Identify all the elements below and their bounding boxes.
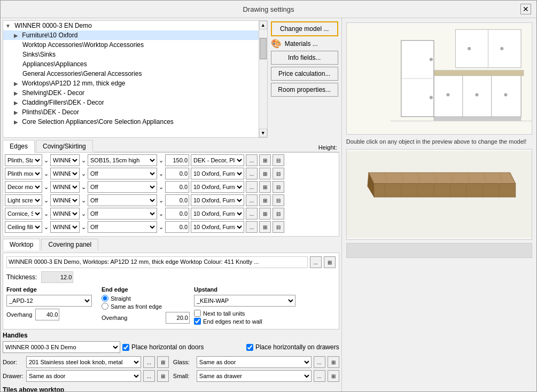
edge-height-5[interactable]: [165, 221, 189, 233]
edge-style-4[interactable]: Off: [88, 208, 157, 219]
materials-button[interactable]: Materials ...: [284, 39, 338, 49]
tab-edges[interactable]: Edges: [3, 140, 35, 153]
tree-item-8[interactable]: ▶ Cladding/Fillers\DEK - Decor: [3, 98, 259, 107]
edge-brand-0[interactable]: WINNE: [50, 154, 80, 166]
edge-material-3[interactable]: 10 Oxford, Furniture: [191, 194, 244, 206]
tree-item-2[interactable]: Worktop Accessories\Worktop Accessories: [3, 40, 259, 50]
tree-item-4[interactable]: Appliances\Appliances: [3, 59, 259, 69]
room-properties-button[interactable]: Room properties...: [271, 83, 338, 97]
edge-material-0[interactable]: DEK - Decor, Plinths: [191, 154, 244, 166]
handles-brand-select[interactable]: WINNER 0000-3 EN Demo: [3, 341, 120, 353]
tree-item-0[interactable]: ▼ WINNER 0000-3 EN Demo: [3, 21, 259, 30]
edge-dots-0[interactable]: ...: [246, 154, 258, 166]
edge-brand-4[interactable]: WINNE: [50, 208, 80, 219]
next-tall-checkbox[interactable]: [194, 310, 201, 317]
edge-icon1-5[interactable]: ⊞: [259, 221, 271, 233]
edge-style-1[interactable]: Off: [88, 168, 157, 179]
tree-item-6[interactable]: ▶ Worktops\AP12D 12 mm, thick edge: [3, 79, 259, 88]
tree-item-5[interactable]: General Accessories\General Accessories: [3, 69, 259, 79]
end-overhang-input[interactable]: [166, 312, 190, 324]
edge-type-5[interactable]: Ceiling filler, St: [5, 221, 42, 233]
edge-brand-2[interactable]: WINNE: [50, 181, 80, 193]
edge-material-1[interactable]: 10 Oxford, Furniture: [191, 168, 244, 179]
edge-icon2-3[interactable]: ⊟: [273, 194, 284, 206]
edge-height-0[interactable]: [165, 154, 189, 166]
front-edge-select[interactable]: _APD-12: [6, 295, 92, 307]
place-horiz-drawers-checkbox[interactable]: [246, 344, 253, 351]
edge-icon1-1[interactable]: ⊞: [259, 168, 271, 179]
price-calculation-button[interactable]: Price calculation...: [271, 67, 338, 81]
tree-item-7[interactable]: ▶ Shelving\DEK - Decor: [3, 88, 259, 98]
info-fields-button[interactable]: Info fields...: [271, 51, 338, 65]
scroll-thumb[interactable]: [260, 38, 267, 59]
drawer-handle-dots[interactable]: ...: [143, 370, 155, 382]
edge-type-1[interactable]: Plinth moulding: [5, 168, 42, 179]
change-model-button[interactable]: Change model ...: [271, 21, 338, 36]
edge-style-5[interactable]: Off: [88, 221, 157, 233]
edge-icon1-0[interactable]: ⊞: [259, 154, 271, 166]
tree-item-3[interactable]: Sinks\Sinks: [3, 50, 259, 59]
edge-dots-1[interactable]: ...: [246, 168, 258, 179]
scroll-down-arrow[interactable]: ▼: [259, 129, 267, 137]
worktop-preview[interactable]: [346, 149, 532, 240]
small-handle-dots[interactable]: ...: [314, 370, 325, 382]
edge-icon1-3[interactable]: ⊞: [259, 194, 271, 206]
small-handle-select[interactable]: Same as drawer: [197, 370, 312, 382]
edge-icon2-1[interactable]: ⊟: [273, 168, 284, 179]
scroll-up-arrow[interactable]: ▲: [259, 21, 267, 29]
tab-coving[interactable]: Coving/Skirting: [36, 140, 93, 152]
edge-height-3[interactable]: [165, 194, 189, 206]
drawer-handle-icon[interactable]: ⊞: [157, 370, 169, 382]
drawer-handle-select[interactable]: Same as door: [26, 370, 141, 382]
door-handle-dots[interactable]: ...: [143, 356, 155, 368]
edge-type-3[interactable]: Light screen, St: [5, 194, 42, 206]
door-handle-select[interactable]: 201 Stainless steel look knob, metal: [26, 356, 141, 368]
glass-handle-dots[interactable]: ...: [314, 356, 325, 368]
end-next-wall-checkbox[interactable]: [194, 318, 201, 325]
edge-dots-5[interactable]: ...: [246, 221, 258, 233]
edge-icon1-2[interactable]: ⊞: [259, 181, 271, 193]
edge-height-4[interactable]: [165, 208, 189, 219]
worktop-path-dots[interactable]: ...: [310, 256, 322, 268]
edge-height-2[interactable]: [165, 181, 189, 193]
kitchen-preview[interactable]: [346, 22, 532, 135]
worktop-tab-covering[interactable]: Covering panel: [41, 239, 98, 250]
edge-dots-4[interactable]: ...: [246, 208, 258, 219]
edge-icon1-4[interactable]: ⊞: [259, 208, 271, 219]
edge-brand-3[interactable]: WINNE: [50, 194, 80, 206]
tree-item-9[interactable]: ▶ Plinths\DEK - Decor: [3, 107, 259, 117]
worktop-path-icon[interactable]: ⊞: [324, 256, 336, 268]
edge-brand-5[interactable]: WINNE: [50, 221, 80, 233]
close-button[interactable]: ✕: [520, 4, 531, 14]
edge-icon2-5[interactable]: ⊟: [273, 221, 284, 233]
edge-style-2[interactable]: Off: [88, 181, 157, 193]
edge-material-5[interactable]: 10 Oxford, Furniture: [191, 221, 244, 233]
end-edge-straight-radio[interactable]: [102, 295, 108, 302]
end-edge-same-radio[interactable]: [102, 303, 108, 310]
edge-type-0[interactable]: Plinth, Standar: [5, 154, 42, 166]
small-handle-icon[interactable]: ⊞: [328, 370, 339, 382]
edge-material-2[interactable]: 10 Oxford, Furniture: [191, 181, 244, 193]
place-horiz-doors-checkbox[interactable]: [122, 344, 129, 351]
tree-item-1[interactable]: ▶ Furniture\10 Oxford: [3, 30, 259, 40]
edge-icon2-0[interactable]: ⊟: [273, 154, 284, 166]
edge-style-0[interactable]: SOB15, 15cm high: [88, 154, 157, 166]
edge-type-4[interactable]: Cornice, Stande: [5, 208, 42, 219]
door-handle-icon[interactable]: ⊞: [157, 356, 169, 368]
edge-dots-3[interactable]: ...: [246, 194, 258, 206]
worktop-tab-worktop[interactable]: Worktop: [3, 239, 40, 250]
edge-style-3[interactable]: Off: [88, 194, 157, 206]
edge-height-1[interactable]: [165, 168, 189, 179]
edge-type-2[interactable]: Decor moulding: [5, 181, 42, 193]
tree-item-10[interactable]: ▶ Core Selection Appliances\Core Selecti…: [3, 117, 259, 127]
edge-icon2-2[interactable]: ⊟: [273, 181, 284, 193]
edge-brand-1[interactable]: WINNE: [50, 168, 80, 179]
glass-handle-select[interactable]: Same as door: [197, 356, 312, 368]
upstand-select[interactable]: _KEIN-WAP: [194, 295, 295, 307]
front-overhang-input[interactable]: [35, 309, 59, 320]
edge-material-4[interactable]: 10 Oxford, Furniture: [191, 208, 244, 219]
edge-dots-2[interactable]: ...: [246, 181, 258, 193]
tree-scrollbar[interactable]: ▲ ▼: [259, 21, 267, 137]
glass-handle-icon[interactable]: ⊞: [328, 356, 339, 368]
edge-icon2-4[interactable]: ⊟: [273, 208, 284, 219]
